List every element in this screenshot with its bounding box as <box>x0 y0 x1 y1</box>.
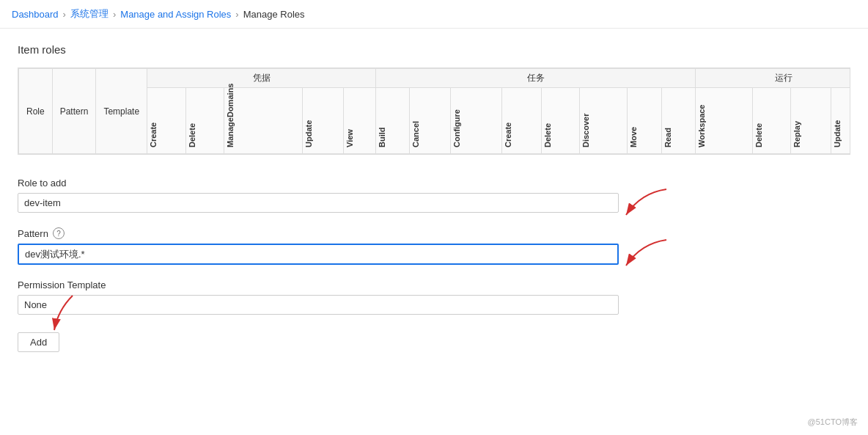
breadcrumb-sysadmin[interactable]: 系统管理 <box>70 7 108 21</box>
col-create-task: Create <box>502 88 541 154</box>
col-delete-cred: Delete <box>186 88 224 154</box>
col-pattern: Pattern <box>52 69 96 154</box>
col-delete-task: Delete <box>541 88 579 154</box>
arrow-annotation-role <box>619 186 670 222</box>
role-to-add-label: Role to add <box>18 178 850 189</box>
add-button-section: Add <box>18 332 850 352</box>
permission-template-label: Permission Template <box>18 279 850 290</box>
col-replay: Replay <box>790 88 831 154</box>
col-build: Build <box>375 88 410 154</box>
breadcrumb-sep-1: › <box>63 9 66 20</box>
pattern-input[interactable] <box>18 244 619 265</box>
breadcrumb-sep-3: › <box>235 9 238 20</box>
pattern-group: Pattern ? <box>18 227 850 265</box>
item-roles-table-wrapper: Role Pattern Template 凭据 任务 运行 视图 SCM Cr… <box>18 67 850 155</box>
permission-template-input[interactable] <box>18 295 619 315</box>
col-read-task: Read <box>662 88 696 154</box>
col-role: Role <box>19 69 53 154</box>
col-workspace: Workspace <box>696 88 753 154</box>
breadcrumb-dashboard[interactable]: Dashboard <box>12 9 59 20</box>
permission-template-group: Permission Template <box>18 279 850 315</box>
col-discover: Discover <box>579 88 627 154</box>
col-update-cred: Update <box>302 88 343 154</box>
arrow-annotation-pattern <box>619 236 670 273</box>
col-managedomains: ManageDomains <box>224 88 302 154</box>
breadcrumb-manage-assign[interactable]: Manage and Assign Roles <box>120 9 231 20</box>
breadcrumb: Dashboard › 系统管理 › Manage and Assign Rol… <box>0 0 868 29</box>
pattern-label: Pattern ? <box>18 227 850 239</box>
main-content: Item roles Role Pattern Template 凭据 任务 运… <box>0 29 868 367</box>
col-update-run: Update <box>831 88 850 154</box>
col-cancel: Cancel <box>410 88 450 154</box>
item-roles-table: Role Pattern Template 凭据 任务 运行 视图 SCM Cr… <box>18 68 850 154</box>
breadcrumb-manage-roles: Manage Roles <box>243 9 305 20</box>
group-tasks: 任务 <box>375 69 695 88</box>
pattern-input-wrapper <box>18 244 619 265</box>
breadcrumb-sep-2: › <box>113 9 116 20</box>
col-template: Template <box>96 69 147 154</box>
col-create-cred: Create <box>147 88 186 154</box>
col-move: Move <box>628 88 662 154</box>
role-to-add-group: Role to add <box>18 178 850 213</box>
add-button-wrapper: Add <box>18 332 59 352</box>
section-title: Item roles <box>18 43 850 56</box>
col-view-cred: View <box>344 88 376 154</box>
add-button[interactable]: Add <box>18 332 59 352</box>
group-credentials: 凭据 <box>147 69 376 88</box>
role-to-add-input[interactable] <box>18 193 619 213</box>
role-to-add-input-wrapper <box>18 193 619 213</box>
col-delete-run: Delete <box>752 88 790 154</box>
group-run: 运行 <box>696 69 850 88</box>
col-configure-task: Configure <box>450 88 502 154</box>
pattern-help-icon[interactable]: ? <box>53 227 65 239</box>
